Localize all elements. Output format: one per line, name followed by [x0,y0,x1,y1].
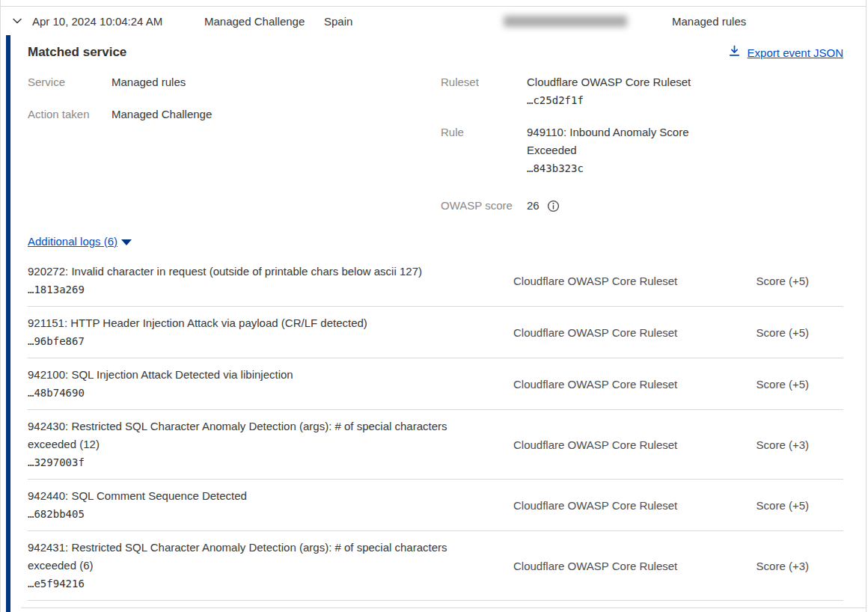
rule-value: 949110: Inbound Anomaly Score Exceeded [527,123,706,159]
log-rule-description: 920272: Invalid character in request (ou… [28,263,477,281]
log-score: Score (+3) [701,560,843,572]
expanded-row-accent-bar [6,35,10,612]
additional-logs-toggle[interactable]: Additional logs (6) [28,235,843,248]
log-rule-id: …e5f94216 [28,575,477,593]
event-detail-panel: Matched service Export event JSON Servic… [1,35,866,612]
event-service: Managed rules [672,15,746,28]
log-rule-id: …48b74690 [28,384,477,402]
log-row: 942431: Restricted SQL Character Anomaly… [28,531,843,601]
rule-label: Rule [441,123,527,177]
action-taken-label: Action taken [28,105,111,123]
owasp-score-value: 26 [527,197,540,215]
log-row: 942440: SQL Comment Sequence Detected …6… [28,480,843,531]
log-rule-description: 942100: SQL Injection Attack Detected vi… [28,366,477,384]
log-rule-description: 942440: SQL Comment Sequence Detected [28,487,477,505]
ruleset-id-hash: …c25d2f1f [527,91,691,109]
action-taken-value: Managed Challenge [111,105,212,123]
log-ruleset: Cloudflare OWASP Core Ruleset [477,326,701,339]
service-label: Service [28,73,111,91]
log-row: 920272: Invalid character in request (ou… [28,255,843,307]
log-score: Score (+5) [701,326,843,339]
log-rule-description: 942431: Restricted SQL Character Anomaly… [28,539,477,575]
rule-id-hash: …843b323c [527,159,706,177]
info-icon[interactable] [547,200,560,212]
log-rule-description: 942430: Restricted SQL Character Anomaly… [28,417,477,453]
service-value: Managed rules [111,73,186,91]
event-action: Managed Challenge [204,15,324,28]
event-header-row[interactable]: Apr 10, 2024 10:04:24 AM Managed Challen… [1,6,866,35]
log-rule-id: …96bfe867 [28,332,477,350]
log-rule-description: 921151: HTTP Header Injection Attack via… [28,314,477,332]
log-rule-id: …3297003f [28,453,477,471]
panel-title: Matched service [28,45,126,60]
log-score: Score (+5) [701,378,843,391]
log-rule-id: …682bb405 [28,505,477,523]
log-ruleset: Cloudflare OWASP Core Ruleset [477,560,701,572]
additional-logs-link[interactable]: Additional logs (6) [28,235,117,248]
panel-bottom-divider [21,608,866,608]
additional-logs-table: 920272: Invalid character in request (ou… [28,255,843,601]
log-row: 942100: SQL Injection Attack Detected vi… [28,358,843,410]
log-row: 921151: HTTP Header Injection Attack via… [28,307,843,358]
log-ruleset: Cloudflare OWASP Core Ruleset [477,378,701,391]
redacted-text [504,16,627,27]
log-ruleset: Cloudflare OWASP Core Ruleset [477,275,701,287]
event-country: Spain [324,15,504,28]
security-event-detail-page: Apr 10, 2024 10:04:24 AM Managed Challen… [0,0,867,612]
log-score: Score (+5) [701,275,843,287]
log-rule-id: …1813a269 [28,281,477,299]
log-row: 942430: Restricted SQL Character Anomaly… [28,410,843,480]
ruleset-label: Ruleset [441,73,527,109]
collapse-chevron-icon[interactable] [10,14,24,28]
export-json-link[interactable]: Export event JSON [748,46,843,59]
owasp-score-label: OWASP score [441,197,527,215]
log-ruleset: Cloudflare OWASP Core Ruleset [477,438,701,451]
log-score: Score (+3) [701,438,843,451]
dropdown-triangle-icon [121,239,132,245]
ruleset-value: Cloudflare OWASP Core Ruleset [527,73,691,91]
export-event-json-button[interactable]: Export event JSON [728,45,843,60]
event-timestamp: Apr 10, 2024 10:04:24 AM [32,15,204,28]
log-score: Score (+5) [701,499,843,512]
log-ruleset: Cloudflare OWASP Core Ruleset [477,499,701,512]
download-icon [728,45,741,60]
